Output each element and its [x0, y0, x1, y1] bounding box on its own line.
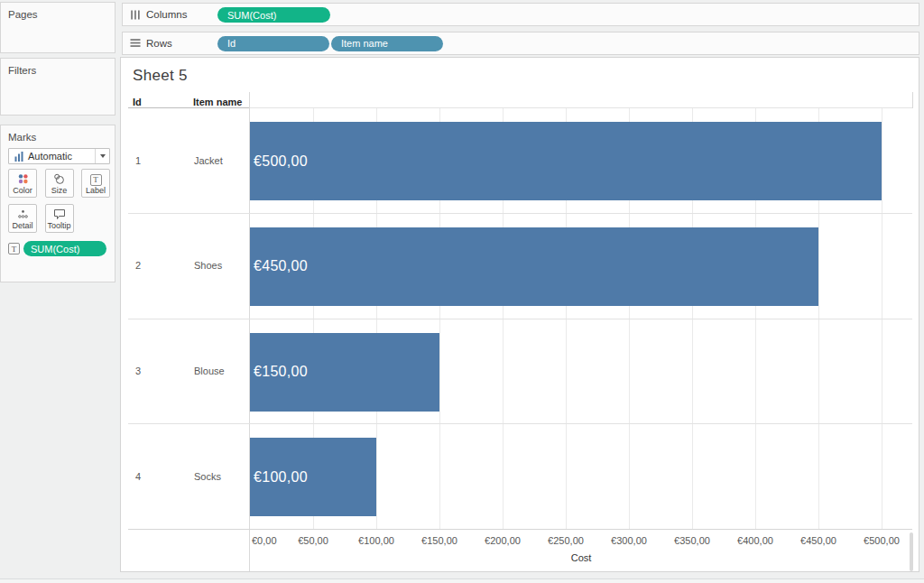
- tableau-window: Pages Filters Marks Automatic Color Size…: [0, 0, 924, 583]
- pane-right-tick: [912, 92, 913, 108]
- mark-type-dropdown[interactable]: Automatic: [8, 148, 110, 164]
- rows-pill-id[interactable]: Id: [217, 36, 329, 51]
- columns-pill-sum-cost[interactable]: SUM(Cost): [217, 7, 330, 23]
- row-id-label: 1: [135, 155, 141, 166]
- bar[interactable]: €150,00: [250, 333, 439, 412]
- x-tick-label: €150,00: [421, 535, 457, 546]
- row-item-label: Blouse: [194, 366, 225, 376]
- size-button[interactable]: Size: [45, 169, 74, 198]
- detail-icon: [9, 208, 36, 220]
- x-tick-label: €450,00: [800, 535, 836, 546]
- bar-value-label: €100,00: [250, 469, 308, 486]
- col-header-item-name[interactable]: Item name: [193, 97, 242, 107]
- label-icon: T: [82, 174, 109, 186]
- label-button[interactable]: T Label: [81, 169, 110, 198]
- color-button[interactable]: Color: [8, 169, 37, 198]
- tooltip-button[interactable]: Tooltip: [45, 204, 74, 233]
- x-tick-label: €250,00: [548, 535, 584, 546]
- rows-shelf[interactable]: Rows Id Item name: [122, 32, 919, 55]
- bar-value-label: €500,00: [250, 153, 308, 170]
- rows-icon: [130, 38, 141, 48]
- vertical-scrollbar-thumb[interactable]: [910, 532, 913, 571]
- row-id-label: 2: [135, 260, 141, 271]
- x-tick-label: €0,00: [252, 535, 277, 546]
- row-item-label: Shoes: [194, 260, 222, 271]
- bar-value-label: €150,00: [250, 364, 308, 380]
- row-separator: [128, 319, 912, 319]
- x-tick-label: €500,00: [864, 535, 900, 546]
- marks-label: Marks: [1, 125, 115, 143]
- row-separator: [128, 423, 912, 424]
- sheet-title: Sheet 5: [133, 67, 188, 85]
- x-axis-line: [128, 529, 912, 530]
- row-item-label: Socks: [194, 471, 221, 482]
- pages-shelf[interactable]: Pages: [0, 2, 116, 53]
- row-separator: [128, 213, 912, 214]
- marks-sum-cost-pill[interactable]: SUM(Cost): [23, 241, 106, 256]
- worksheet: Sheet 5 Id Item name Cost 1Jacket€500,00…: [120, 57, 919, 572]
- header-underline: [128, 107, 250, 108]
- pages-label: Pages: [1, 3, 115, 20]
- bar[interactable]: €450,00: [250, 227, 818, 306]
- size-icon: [46, 173, 73, 185]
- x-tick-label: €100,00: [358, 535, 394, 546]
- text-mark-icon: T: [8, 243, 20, 254]
- x-axis-title: Cost: [571, 552, 592, 563]
- color-icon: [9, 173, 36, 185]
- filters-label: Filters: [1, 59, 115, 76]
- x-tick-label: €300,00: [611, 535, 647, 546]
- status-bar: [0, 579, 924, 583]
- x-tick-label: €400,00: [737, 535, 773, 546]
- columns-label: Columns: [146, 9, 187, 20]
- filters-shelf[interactable]: Filters: [0, 58, 116, 116]
- tooltip-icon: [46, 208, 73, 220]
- x-tick-label: €350,00: [674, 535, 710, 546]
- bar-chart-icon: [14, 152, 23, 162]
- marks-card: Marks Automatic Color Size T Label D: [0, 125, 116, 282]
- row-id-label: 3: [135, 366, 141, 376]
- columns-icon: [130, 10, 141, 20]
- dropdown-caret-icon[interactable]: [95, 149, 109, 163]
- col-header-id[interactable]: Id: [133, 97, 142, 107]
- pane-top-border: [250, 107, 912, 108]
- row-id-label: 4: [135, 471, 141, 482]
- x-tick-label: €50,00: [298, 535, 328, 546]
- row-item-label: Jacket: [194, 155, 223, 166]
- bar-value-label: €450,00: [250, 258, 308, 274]
- columns-shelf[interactable]: Columns SUM(Cost): [122, 3, 919, 26]
- marks-pill-row: T SUM(Cost): [8, 241, 106, 256]
- rows-label: Rows: [146, 38, 172, 49]
- bar[interactable]: €500,00: [250, 122, 882, 200]
- mark-type-value: Automatic: [28, 151, 72, 162]
- bar[interactable]: €100,00: [250, 438, 376, 516]
- rows-pill-item-name[interactable]: Item name: [331, 36, 443, 51]
- x-tick-label: €200,00: [485, 535, 521, 546]
- detail-button[interactable]: Detail: [8, 204, 37, 233]
